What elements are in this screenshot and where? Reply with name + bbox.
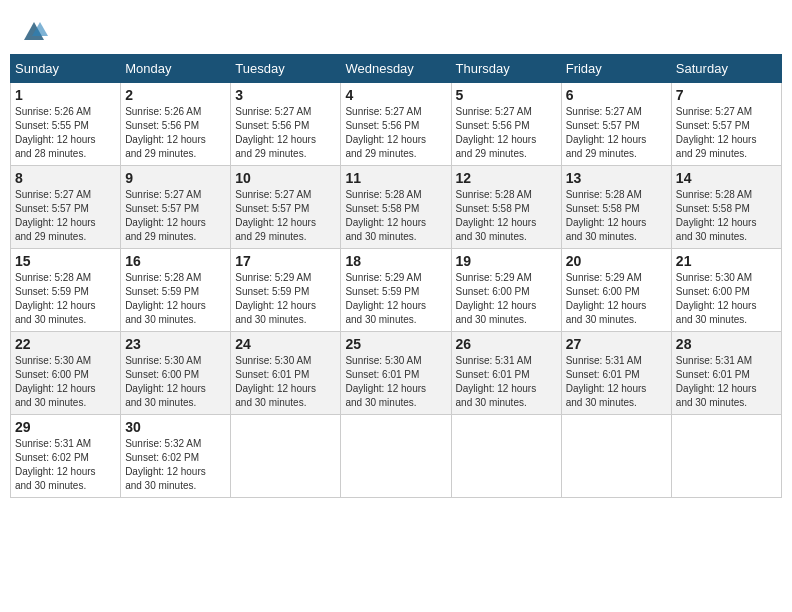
day-number: 10 xyxy=(235,170,336,186)
day-number: 18 xyxy=(345,253,446,269)
day-info: Sunrise: 5:30 AM Sunset: 6:00 PM Dayligh… xyxy=(15,354,116,410)
calendar-cell: 13Sunrise: 5:28 AM Sunset: 5:58 PM Dayli… xyxy=(561,166,671,249)
day-number: 29 xyxy=(15,419,116,435)
day-info: Sunrise: 5:30 AM Sunset: 6:01 PM Dayligh… xyxy=(235,354,336,410)
calendar-cell: 19Sunrise: 5:29 AM Sunset: 6:00 PM Dayli… xyxy=(451,249,561,332)
day-info: Sunrise: 5:29 AM Sunset: 6:00 PM Dayligh… xyxy=(456,271,557,327)
day-number: 16 xyxy=(125,253,226,269)
day-number: 20 xyxy=(566,253,667,269)
calendar-cell: 5Sunrise: 5:27 AM Sunset: 5:56 PM Daylig… xyxy=(451,83,561,166)
calendar-cell: 12Sunrise: 5:28 AM Sunset: 5:58 PM Dayli… xyxy=(451,166,561,249)
day-info: Sunrise: 5:31 AM Sunset: 6:01 PM Dayligh… xyxy=(566,354,667,410)
day-number: 27 xyxy=(566,336,667,352)
calendar-cell: 6Sunrise: 5:27 AM Sunset: 5:57 PM Daylig… xyxy=(561,83,671,166)
day-info: Sunrise: 5:29 AM Sunset: 5:59 PM Dayligh… xyxy=(345,271,446,327)
header-wednesday: Wednesday xyxy=(341,55,451,83)
day-number: 23 xyxy=(125,336,226,352)
calendar-cell: 27Sunrise: 5:31 AM Sunset: 6:01 PM Dayli… xyxy=(561,332,671,415)
day-info: Sunrise: 5:32 AM Sunset: 6:02 PM Dayligh… xyxy=(125,437,226,493)
week-row-4: 22Sunrise: 5:30 AM Sunset: 6:00 PM Dayli… xyxy=(11,332,782,415)
logo xyxy=(20,18,52,46)
day-info: Sunrise: 5:28 AM Sunset: 5:58 PM Dayligh… xyxy=(676,188,777,244)
calendar-cell: 14Sunrise: 5:28 AM Sunset: 5:58 PM Dayli… xyxy=(671,166,781,249)
calendar-cell: 16Sunrise: 5:28 AM Sunset: 5:59 PM Dayli… xyxy=(121,249,231,332)
day-number: 3 xyxy=(235,87,336,103)
day-number: 30 xyxy=(125,419,226,435)
day-info: Sunrise: 5:27 AM Sunset: 5:56 PM Dayligh… xyxy=(456,105,557,161)
day-info: Sunrise: 5:27 AM Sunset: 5:56 PM Dayligh… xyxy=(235,105,336,161)
week-row-2: 8Sunrise: 5:27 AM Sunset: 5:57 PM Daylig… xyxy=(11,166,782,249)
calendar-cell: 21Sunrise: 5:30 AM Sunset: 6:00 PM Dayli… xyxy=(671,249,781,332)
header-tuesday: Tuesday xyxy=(231,55,341,83)
day-number: 14 xyxy=(676,170,777,186)
header-monday: Monday xyxy=(121,55,231,83)
calendar-cell: 22Sunrise: 5:30 AM Sunset: 6:00 PM Dayli… xyxy=(11,332,121,415)
calendar-cell: 1Sunrise: 5:26 AM Sunset: 5:55 PM Daylig… xyxy=(11,83,121,166)
calendar-cell: 24Sunrise: 5:30 AM Sunset: 6:01 PM Dayli… xyxy=(231,332,341,415)
calendar-cell xyxy=(671,415,781,498)
calendar-cell: 28Sunrise: 5:31 AM Sunset: 6:01 PM Dayli… xyxy=(671,332,781,415)
day-number: 25 xyxy=(345,336,446,352)
day-number: 11 xyxy=(345,170,446,186)
day-info: Sunrise: 5:28 AM Sunset: 5:59 PM Dayligh… xyxy=(15,271,116,327)
day-number: 15 xyxy=(15,253,116,269)
calendar-cell: 29Sunrise: 5:31 AM Sunset: 6:02 PM Dayli… xyxy=(11,415,121,498)
calendar-cell xyxy=(231,415,341,498)
calendar-cell xyxy=(451,415,561,498)
header-saturday: Saturday xyxy=(671,55,781,83)
calendar-cell: 25Sunrise: 5:30 AM Sunset: 6:01 PM Dayli… xyxy=(341,332,451,415)
logo-icon xyxy=(20,18,48,46)
day-info: Sunrise: 5:30 AM Sunset: 6:00 PM Dayligh… xyxy=(676,271,777,327)
calendar-cell: 10Sunrise: 5:27 AM Sunset: 5:57 PM Dayli… xyxy=(231,166,341,249)
day-info: Sunrise: 5:27 AM Sunset: 5:57 PM Dayligh… xyxy=(566,105,667,161)
day-info: Sunrise: 5:27 AM Sunset: 5:57 PM Dayligh… xyxy=(15,188,116,244)
day-number: 9 xyxy=(125,170,226,186)
day-number: 22 xyxy=(15,336,116,352)
day-info: Sunrise: 5:29 AM Sunset: 6:00 PM Dayligh… xyxy=(566,271,667,327)
day-info: Sunrise: 5:28 AM Sunset: 5:58 PM Dayligh… xyxy=(345,188,446,244)
calendar-cell: 15Sunrise: 5:28 AM Sunset: 5:59 PM Dayli… xyxy=(11,249,121,332)
calendar-cell: 4Sunrise: 5:27 AM Sunset: 5:56 PM Daylig… xyxy=(341,83,451,166)
week-row-3: 15Sunrise: 5:28 AM Sunset: 5:59 PM Dayli… xyxy=(11,249,782,332)
day-info: Sunrise: 5:31 AM Sunset: 6:01 PM Dayligh… xyxy=(676,354,777,410)
day-info: Sunrise: 5:28 AM Sunset: 5:59 PM Dayligh… xyxy=(125,271,226,327)
day-number: 21 xyxy=(676,253,777,269)
day-number: 26 xyxy=(456,336,557,352)
day-number: 19 xyxy=(456,253,557,269)
calendar-cell: 20Sunrise: 5:29 AM Sunset: 6:00 PM Dayli… xyxy=(561,249,671,332)
calendar-cell: 30Sunrise: 5:32 AM Sunset: 6:02 PM Dayli… xyxy=(121,415,231,498)
week-row-1: 1Sunrise: 5:26 AM Sunset: 5:55 PM Daylig… xyxy=(11,83,782,166)
day-number: 1 xyxy=(15,87,116,103)
day-info: Sunrise: 5:26 AM Sunset: 5:56 PM Dayligh… xyxy=(125,105,226,161)
day-number: 7 xyxy=(676,87,777,103)
calendar-cell xyxy=(341,415,451,498)
day-info: Sunrise: 5:27 AM Sunset: 5:57 PM Dayligh… xyxy=(676,105,777,161)
day-info: Sunrise: 5:30 AM Sunset: 6:01 PM Dayligh… xyxy=(345,354,446,410)
calendar-cell: 23Sunrise: 5:30 AM Sunset: 6:00 PM Dayli… xyxy=(121,332,231,415)
day-info: Sunrise: 5:28 AM Sunset: 5:58 PM Dayligh… xyxy=(566,188,667,244)
calendar-cell: 3Sunrise: 5:27 AM Sunset: 5:56 PM Daylig… xyxy=(231,83,341,166)
day-info: Sunrise: 5:27 AM Sunset: 5:57 PM Dayligh… xyxy=(235,188,336,244)
header-row: SundayMondayTuesdayWednesdayThursdayFrid… xyxy=(11,55,782,83)
calendar-table: SundayMondayTuesdayWednesdayThursdayFrid… xyxy=(10,54,782,498)
header-sunday: Sunday xyxy=(11,55,121,83)
day-info: Sunrise: 5:31 AM Sunset: 6:02 PM Dayligh… xyxy=(15,437,116,493)
day-number: 24 xyxy=(235,336,336,352)
day-number: 13 xyxy=(566,170,667,186)
day-info: Sunrise: 5:31 AM Sunset: 6:01 PM Dayligh… xyxy=(456,354,557,410)
day-number: 5 xyxy=(456,87,557,103)
calendar-cell: 17Sunrise: 5:29 AM Sunset: 5:59 PM Dayli… xyxy=(231,249,341,332)
day-number: 8 xyxy=(15,170,116,186)
calendar-cell: 26Sunrise: 5:31 AM Sunset: 6:01 PM Dayli… xyxy=(451,332,561,415)
day-info: Sunrise: 5:27 AM Sunset: 5:57 PM Dayligh… xyxy=(125,188,226,244)
day-info: Sunrise: 5:27 AM Sunset: 5:56 PM Dayligh… xyxy=(345,105,446,161)
header-thursday: Thursday xyxy=(451,55,561,83)
calendar-cell: 9Sunrise: 5:27 AM Sunset: 5:57 PM Daylig… xyxy=(121,166,231,249)
calendar-cell xyxy=(561,415,671,498)
page-header xyxy=(10,10,782,50)
day-number: 17 xyxy=(235,253,336,269)
day-info: Sunrise: 5:28 AM Sunset: 5:58 PM Dayligh… xyxy=(456,188,557,244)
day-number: 4 xyxy=(345,87,446,103)
calendar-cell: 11Sunrise: 5:28 AM Sunset: 5:58 PM Dayli… xyxy=(341,166,451,249)
day-info: Sunrise: 5:30 AM Sunset: 6:00 PM Dayligh… xyxy=(125,354,226,410)
